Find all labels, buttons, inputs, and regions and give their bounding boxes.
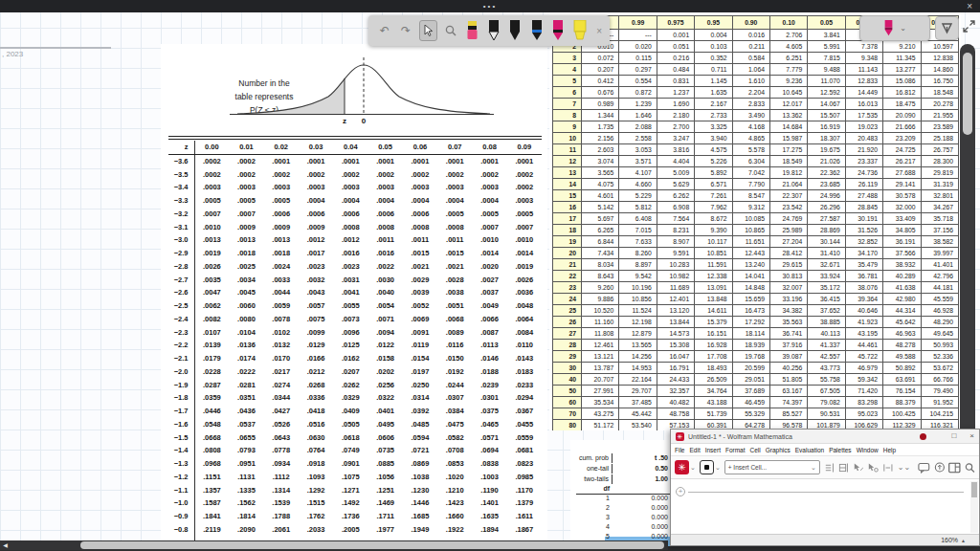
- prob-cell: .0002: [507, 181, 542, 194]
- zoom-level[interactable]: 160%: [941, 537, 958, 543]
- prob-cell: .0104: [229, 326, 263, 340]
- expand-icon[interactable]: [963, 19, 975, 36]
- menu-file[interactable]: File: [675, 447, 684, 453]
- toolbar-close-icon[interactable]: ×: [596, 26, 602, 36]
- z-col-header: 0.05: [368, 141, 402, 154]
- search-icon[interactable]: [965, 462, 975, 474]
- chi-cell: 16.919: [808, 121, 845, 132]
- chi-cell: 23.337: [845, 155, 882, 166]
- chi-cell: 6.571: [695, 178, 732, 189]
- menu-graphics[interactable]: Graphics: [766, 447, 791, 453]
- prob-cell: .0005: [437, 208, 472, 221]
- chat-icon[interactable]: [918, 462, 930, 474]
- chi-cell: 17.275: [769, 143, 807, 155]
- chi-cell: 27.587: [808, 212, 845, 224]
- chi-cell: 0.072: [582, 52, 619, 63]
- df-value: 60: [553, 396, 582, 408]
- cloud-publish-icon[interactable]: [934, 461, 946, 474]
- t-cell: 0.000: [612, 522, 670, 532]
- highlighter-icon[interactable]: [571, 19, 588, 42]
- chi-cell: 14.953: [619, 362, 657, 373]
- prob-cell: .1003: [472, 471, 506, 484]
- chi-cell: 0.115: [619, 52, 657, 63]
- notebook-scrollbar-thumb[interactable]: [971, 482, 977, 497]
- insert-cell-plus-icon[interactable]: +: [676, 487, 685, 496]
- scroll-left-arrow-icon[interactable]: ◀: [1, 541, 10, 549]
- window-close-icon[interactable]: ×: [969, 431, 974, 441]
- palette-window-icon[interactable]: [948, 462, 961, 474]
- z-table-header-row: z 0.000.010.020.030.040.050.060.070.080.…: [168, 141, 542, 154]
- chi-cell: 40.646: [845, 304, 882, 316]
- prob-cell: .0985: [507, 471, 542, 484]
- menu-format[interactable]: Format: [725, 447, 746, 453]
- chi-cell: 14.041: [732, 270, 769, 281]
- dynamic-updating-icon[interactable]: [867, 462, 879, 474]
- prob-cell: .0869: [403, 457, 437, 471]
- eraser-icon[interactable]: [464, 19, 480, 42]
- double-chevron-icon[interactable]: ⌄⌄: [898, 463, 910, 472]
- chi-cell: 6.304: [732, 155, 769, 166]
- prob-cell: .0028: [437, 274, 472, 287]
- prob-cell: .0197: [403, 365, 437, 379]
- menu-evaluation[interactable]: Evaluation: [795, 447, 824, 453]
- chi-cell: 79.490: [921, 385, 958, 396]
- undo-icon[interactable]: ↶: [376, 19, 392, 42]
- group-cells-icon[interactable]: [838, 462, 849, 474]
- prob-cell: .0409: [333, 405, 368, 418]
- margins-icon[interactable]: [882, 462, 894, 474]
- close-icon[interactable]: ×: [967, 0, 972, 12]
- zoom-icon[interactable]: [442, 19, 458, 42]
- prob-cell: .0021: [403, 260, 437, 274]
- chi-cell: 2.156: [582, 132, 619, 143]
- chi-cell: 43.773: [808, 362, 845, 373]
- bottom-scrollbar-thumb[interactable]: [80, 541, 664, 549]
- prob-cell: .1977: [368, 523, 402, 537]
- zoom-toggle-icon[interactable]: ▲: [961, 538, 966, 543]
- menu-help[interactable]: Help: [883, 447, 896, 453]
- insert-cell-combo[interactable]: + Insert Cell... ⌄: [724, 460, 820, 474]
- pen-white-icon[interactable]: [485, 19, 501, 42]
- chi-cell: 2.180: [657, 109, 694, 121]
- abort-button[interactable]: ⌄: [700, 460, 721, 474]
- menu-cell[interactable]: Cell: [750, 447, 761, 453]
- chi-cell: 3.940: [695, 132, 732, 143]
- chi-cell: 7.042: [732, 166, 769, 178]
- minimize-icon[interactable]: □: [951, 431, 956, 441]
- chi-cell: 23.542: [769, 201, 807, 212]
- prob-cell: .0011: [368, 233, 402, 247]
- menu-edit[interactable]: Edit: [689, 447, 700, 453]
- df-value: 20: [553, 247, 582, 258]
- selected-marker-dropdown[interactable]: ⌄: [859, 15, 930, 41]
- z-col-header: 0.02: [264, 141, 299, 154]
- menu-insert[interactable]: Insert: [705, 447, 721, 453]
- window-menu-dots[interactable]: •••: [483, 2, 497, 11]
- notebook-scrollbar[interactable]: [970, 481, 978, 533]
- cursor-tracking-icon[interactable]: [853, 462, 864, 474]
- evaluate-spikey-button[interactable]: ✳ ⌄: [675, 460, 696, 474]
- right-scrollbar-thumb[interactable]: [963, 53, 972, 135]
- pen-magenta-icon[interactable]: [549, 19, 566, 42]
- chi-cell: 1.610: [732, 75, 769, 86]
- chi-cell: 2.167: [695, 98, 732, 109]
- menu-window[interactable]: Window: [857, 447, 879, 453]
- prob-cell: .0023: [333, 260, 368, 274]
- align-cells-icon[interactable]: [824, 462, 835, 474]
- note-underline: [0, 47, 111, 49]
- pen-blue-icon[interactable]: [528, 19, 545, 42]
- notebook-content[interactable]: +: [671, 479, 979, 534]
- menu-palettes[interactable]: Palettes: [829, 447, 852, 453]
- prob-cell: .0017: [299, 247, 333, 260]
- bottom-scrollbar[interactable]: ◀: [0, 540, 668, 550]
- chi-cell: 35.172: [808, 281, 845, 293]
- prob-cell: .0038: [437, 286, 472, 299]
- redo-icon[interactable]: ↷: [397, 19, 413, 42]
- pen-black-icon[interactable]: [507, 19, 523, 42]
- mathematica-titlebar[interactable]: ✳ Untitled-1 * - Wolfram Mathematica □ ×: [671, 430, 979, 444]
- pointer-icon[interactable]: [419, 20, 437, 41]
- pen-nib-button[interactable]: [935, 16, 959, 40]
- chi-cell: 5.991: [808, 40, 845, 52]
- prob-cell: .0040: [368, 286, 402, 299]
- table-row: 112.6033.0533.8164.5755.57817.27519.6752…: [553, 143, 959, 155]
- prob-cell: .0045: [229, 286, 263, 299]
- table-row: 81.3441.6462.1802.7333.49013.36215.50717…: [553, 109, 959, 121]
